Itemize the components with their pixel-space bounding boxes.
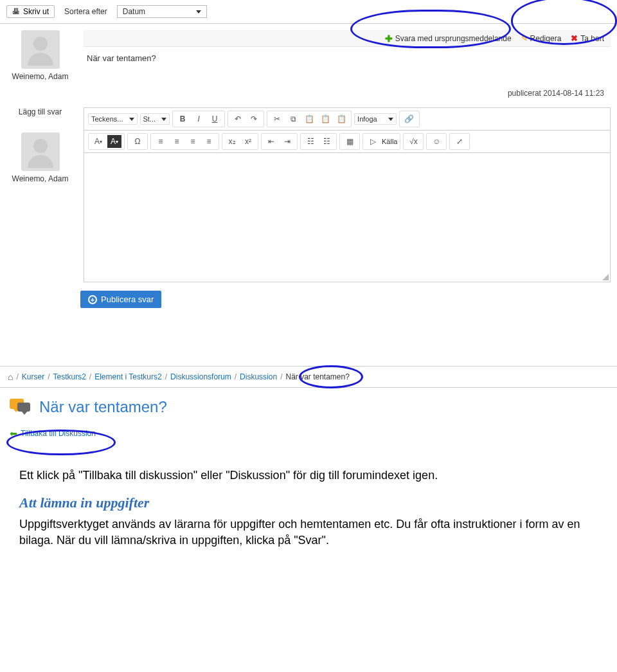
discussion-icon bbox=[10, 397, 33, 417]
font-family-select[interactable]: Teckens... bbox=[88, 113, 138, 125]
plus-circle-icon: + bbox=[88, 295, 97, 304]
table-button[interactable]: ▦ bbox=[343, 135, 357, 148]
sort-by-label: Sortera efter bbox=[64, 7, 107, 16]
numbered-list-button[interactable]: ☷ bbox=[303, 135, 317, 148]
crumb-testkurs2[interactable]: Testkurs2 bbox=[53, 372, 86, 381]
avatar bbox=[21, 132, 60, 171]
emoticon-button[interactable]: ☺ bbox=[429, 135, 443, 148]
italic-button[interactable]: I bbox=[192, 113, 206, 125]
chevron-down-icon bbox=[129, 118, 134, 121]
cut-button[interactable]: ✂ bbox=[270, 113, 284, 125]
crumb-kurser[interactable]: Kurser bbox=[22, 372, 44, 381]
edit-link[interactable]: ✎ Redigera bbox=[521, 33, 562, 43]
doc-paragraph-2: Uppgiftsverktyget används av lärarna för… bbox=[19, 516, 598, 549]
post-author-col: Weinemo, Adam bbox=[6, 30, 74, 101]
paste-button[interactable]: 📋 bbox=[302, 113, 316, 125]
reply-original-label: Svara med ursprungsmeddelande bbox=[395, 34, 512, 43]
post-title: När var tentamen? bbox=[84, 47, 611, 69]
insert-select[interactable]: Infoga bbox=[354, 113, 397, 125]
source-icon: ▷ bbox=[366, 135, 380, 148]
crumb-current: När var tentamen? bbox=[285, 372, 349, 381]
arrow-left-icon: ⬅ bbox=[10, 428, 17, 439]
special-char-button[interactable]: Ω bbox=[130, 135, 145, 148]
editor-textarea[interactable] bbox=[84, 153, 610, 282]
equation-button[interactable]: √x bbox=[406, 135, 420, 148]
link-button[interactable]: 🔗 bbox=[402, 113, 416, 125]
chevron-down-icon bbox=[388, 118, 393, 121]
thread-title: När var tentamen? bbox=[39, 398, 167, 416]
underline-button[interactable]: U bbox=[208, 113, 222, 125]
crumb-diskussion[interactable]: Diskussion bbox=[240, 372, 277, 381]
publish-reply-button[interactable]: + Publicera svar bbox=[80, 291, 161, 308]
document-text: Ett klick på "Tillbaka till diskussion" … bbox=[0, 448, 617, 561]
editor-toolbar-row2: A▾ A▾ Ω ≡ ≡ ≡ ≡ x₂ x² ⇤ ⇥ bbox=[84, 131, 610, 153]
redo-button[interactable]: ↷ bbox=[247, 113, 261, 125]
doc-heading: Att lämna in uppgifter bbox=[19, 493, 598, 513]
delete-label: Ta bort bbox=[580, 34, 604, 43]
print-label: Skriv ut bbox=[23, 7, 49, 16]
bold-button[interactable]: B bbox=[175, 113, 190, 125]
undo-button[interactable]: ↶ bbox=[231, 113, 245, 125]
paste-text-button[interactable]: 📋 bbox=[318, 113, 332, 125]
reply-author-name: Weinemo, Adam bbox=[6, 174, 74, 183]
chevron-down-icon bbox=[196, 10, 201, 14]
indent-button[interactable]: ⇥ bbox=[280, 135, 294, 148]
home-icon[interactable]: ⌂ bbox=[8, 372, 13, 382]
reply-with-original-link[interactable]: ✚ Svara med ursprungsmeddelande bbox=[385, 33, 512, 43]
post-published-meta: publicerat 2014-08-14 11:23 bbox=[84, 69, 611, 101]
chevron-down-icon bbox=[161, 118, 166, 121]
publish-label: Publicera svar bbox=[101, 295, 154, 304]
crumb-element[interactable]: Element i Testkurs2 bbox=[94, 372, 162, 381]
back-to-discussion-link[interactable]: ⬅ Tillbaka till Diskussion bbox=[0, 423, 105, 448]
align-right-button[interactable]: ≡ bbox=[186, 135, 200, 148]
crumb-diskussionsforum[interactable]: Diskussionsforum bbox=[170, 372, 231, 381]
post-action-bar: ✚ Svara med ursprungsmeddelande ✎ Redige… bbox=[84, 30, 611, 47]
resize-handle-icon[interactable] bbox=[602, 274, 609, 280]
source-button[interactable]: ▷Källa bbox=[362, 133, 400, 150]
pencil-icon: ✎ bbox=[521, 34, 528, 43]
plus-icon: ✚ bbox=[385, 35, 393, 42]
font-size-select[interactable]: St... bbox=[140, 113, 170, 125]
forum-post: Weinemo, Adam ✚ Svara med ursprungsmedde… bbox=[0, 24, 617, 104]
delete-link[interactable]: ✖ Ta bort bbox=[571, 33, 604, 43]
printer-icon: 🖶 bbox=[12, 7, 20, 16]
align-center-button[interactable]: ≡ bbox=[170, 135, 184, 148]
bullet-list-button[interactable]: ☷ bbox=[319, 135, 334, 148]
text-color-button[interactable]: A▾ bbox=[91, 135, 105, 148]
align-justify-button[interactable]: ≡ bbox=[202, 135, 216, 148]
x-icon: ✖ bbox=[571, 33, 578, 43]
subscript-button[interactable]: x₂ bbox=[225, 135, 239, 148]
superscript-button[interactable]: x² bbox=[241, 135, 255, 148]
reply-row: Lägg till svar Weinemo, Adam Teckens... … bbox=[0, 104, 617, 286]
post-author-name: Weinemo, Adam bbox=[6, 72, 74, 81]
sort-value: Datum bbox=[123, 7, 145, 16]
avatar bbox=[21, 30, 60, 69]
print-button[interactable]: 🖶 Skriv ut bbox=[6, 5, 55, 18]
rich-text-editor[interactable]: Teckens... St... B I U ↶ ↷ ✂ ⧉ 📋 📋 📋 bbox=[84, 107, 611, 282]
editor-toolbar-row1: Teckens... St... B I U ↶ ↷ ✂ ⧉ 📋 📋 📋 bbox=[84, 108, 610, 131]
sort-select[interactable]: Datum bbox=[117, 5, 207, 18]
edit-label: Redigera bbox=[530, 34, 562, 43]
back-label: Tillbaka till Diskussion bbox=[21, 429, 96, 438]
outdent-button[interactable]: ⇤ bbox=[264, 135, 278, 148]
fullscreen-button[interactable]: ⤢ bbox=[452, 135, 467, 148]
copy-button[interactable]: ⧉ bbox=[286, 113, 300, 125]
align-left-button[interactable]: ≡ bbox=[154, 135, 168, 148]
breadcrumb: ⌂ / Kurser / Testkurs2 / Element i Testk… bbox=[0, 367, 617, 388]
paste-word-button[interactable]: 📋 bbox=[334, 113, 348, 125]
doc-paragraph-1: Ett klick på "Tillbaka till diskussion" … bbox=[19, 468, 598, 484]
bg-color-button[interactable]: A▾ bbox=[107, 135, 121, 148]
reply-label: Lägg till svar bbox=[6, 107, 74, 116]
reply-author-col: Lägg till svar Weinemo, Adam bbox=[6, 107, 74, 282]
forum-toolbar: 🖶 Skriv ut Sortera efter Datum bbox=[0, 0, 617, 24]
thread-header: När var tentamen? bbox=[0, 388, 617, 423]
